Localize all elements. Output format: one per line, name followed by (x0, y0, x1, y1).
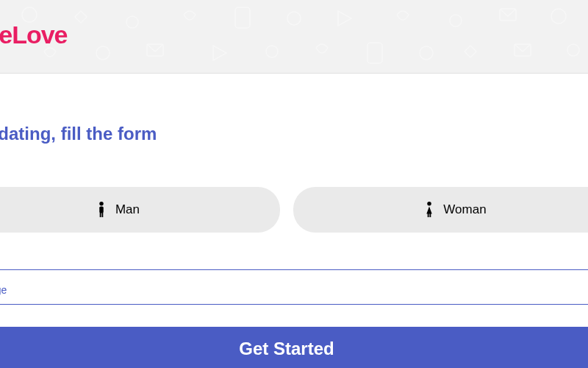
man-icon (96, 202, 107, 218)
gender-selector: Man Woman (0, 187, 588, 233)
gender-option-woman[interactable]: Woman (293, 187, 588, 233)
svg-point-4 (450, 15, 462, 26)
svg-point-0 (22, 7, 37, 22)
svg-point-7 (96, 46, 110, 60)
signup-form: art dating, fill the form Man Woman : ct… (0, 124, 588, 368)
svg-point-13 (567, 44, 579, 56)
form-title: art dating, fill the form (0, 124, 588, 144)
woman-icon (424, 202, 434, 218)
header-pattern (0, 0, 588, 74)
gender-option-man[interactable]: Man (0, 187, 280, 233)
svg-rect-15 (99, 206, 104, 213)
gender-woman-label: Woman (443, 202, 486, 217)
gender-man-label: Man (115, 202, 140, 217)
brand-logo: ateLove (0, 21, 68, 49)
age-field-label: : (0, 252, 588, 270)
svg-point-11 (420, 46, 433, 60)
svg-point-3 (287, 12, 301, 25)
svg-rect-20 (430, 213, 431, 218)
svg-point-9 (266, 46, 278, 57)
age-select-placeholder: ct your age (0, 284, 7, 296)
svg-rect-2 (235, 7, 250, 28)
svg-point-14 (99, 202, 104, 206)
svg-rect-19 (428, 213, 429, 218)
get-started-button[interactable]: Get Started (0, 327, 588, 368)
age-select[interactable]: ct your age (0, 283, 588, 305)
svg-point-18 (428, 202, 432, 206)
svg-rect-17 (101, 213, 103, 217)
svg-rect-10 (368, 43, 382, 63)
age-field: : (0, 252, 588, 270)
svg-point-6 (551, 9, 566, 24)
header: ateLove (0, 0, 588, 74)
svg-rect-16 (100, 213, 101, 217)
svg-point-1 (126, 16, 138, 28)
